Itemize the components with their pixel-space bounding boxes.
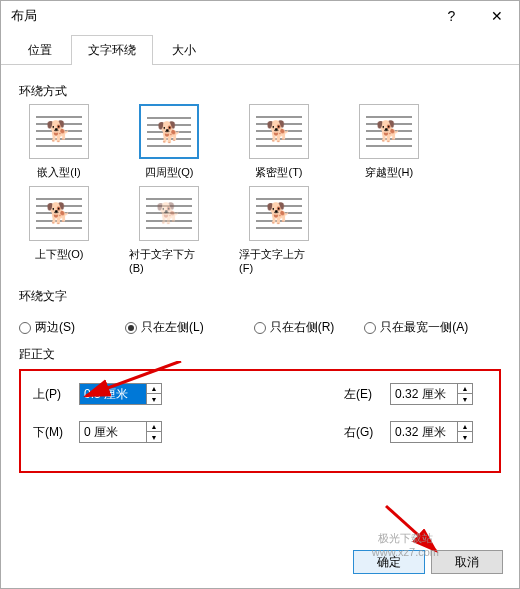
svg-line-1 [386, 506, 436, 551]
top-input[interactable] [79, 383, 147, 405]
right-label: 右(G) [344, 424, 384, 441]
wrap-through-label: 穿越型(H) [365, 165, 413, 180]
distance-label: 距正文 [19, 346, 501, 363]
tab-strip: 位置 文字环绕 大小 [1, 31, 519, 65]
radio-both-label: 两边(S) [35, 319, 75, 336]
wrap-text-radios: 两边(S) 只在左侧(L) 只在右侧(R) 只在最宽一侧(A) [19, 319, 501, 336]
radio-largest-label: 只在最宽一侧(A) [380, 319, 468, 336]
cancel-button[interactable]: 取消 [431, 550, 503, 574]
top-label: 上(P) [33, 386, 73, 403]
wrap-behind-icon[interactable]: 🐕 [139, 186, 199, 241]
wrap-topbottom-icon[interactable]: 🐕 [29, 186, 89, 241]
wrap-through-icon[interactable]: 🐕 [359, 104, 419, 159]
wrap-tight-label: 紧密型(T) [255, 165, 302, 180]
right-spin-down[interactable]: ▼ [458, 432, 472, 442]
tab-position[interactable]: 位置 [11, 35, 69, 65]
radio-both[interactable] [19, 322, 31, 334]
wrap-topbottom-label: 上下型(O) [35, 247, 84, 262]
wrap-tight-icon[interactable]: 🐕 [249, 104, 309, 159]
tab-wrap[interactable]: 文字环绕 [71, 35, 153, 65]
left-spin-down[interactable]: ▼ [458, 394, 472, 404]
wrap-square-icon[interactable]: 🐕 [139, 104, 199, 159]
right-spin-up[interactable]: ▲ [458, 422, 472, 432]
dialog-footer: 确定 取消 [353, 550, 503, 574]
layout-dialog: 布局 ? ✕ 位置 文字环绕 大小 环绕方式 🐕 嵌入型(I) 🐕 四 [0, 0, 520, 589]
help-button[interactable]: ? [429, 1, 474, 31]
dialog-title: 布局 [11, 7, 429, 25]
radio-left[interactable] [125, 322, 137, 334]
wrap-text-label: 环绕文字 [19, 288, 501, 305]
wrap-style-grid: 🐕 嵌入型(I) 🐕 四周型(Q) 🐕 紧密型(T) [19, 104, 501, 280]
radio-right[interactable] [254, 322, 266, 334]
radio-right-label: 只在右侧(R) [270, 319, 335, 336]
bottom-label: 下(M) [33, 424, 73, 441]
bottom-spin-down[interactable]: ▼ [147, 432, 161, 442]
left-label: 左(E) [344, 386, 384, 403]
wrap-front-label: 浮于文字上方(F) [239, 247, 319, 274]
close-button[interactable]: ✕ [474, 1, 519, 31]
bottom-input[interactable] [79, 421, 147, 443]
tab-size[interactable]: 大小 [155, 35, 213, 65]
titlebar: 布局 ? ✕ [1, 1, 519, 31]
radio-largest[interactable] [364, 322, 376, 334]
distance-group-highlight: 上(P) ▲▼ 左(E) ▲▼ 下(M) ▲▼ 右(G [19, 369, 501, 473]
wrap-square-label: 四周型(Q) [145, 165, 194, 180]
wrap-front-icon[interactable]: 🐕 [249, 186, 309, 241]
wrap-inline-icon[interactable]: 🐕 [29, 104, 89, 159]
wrap-inline-label: 嵌入型(I) [37, 165, 80, 180]
left-spin-up[interactable]: ▲ [458, 384, 472, 394]
top-spin-up[interactable]: ▲ [147, 384, 161, 394]
radio-left-label: 只在左侧(L) [141, 319, 204, 336]
bottom-spin-up[interactable]: ▲ [147, 422, 161, 432]
wrap-behind-label: 衬于文字下方(B) [129, 247, 209, 274]
right-input[interactable] [390, 421, 458, 443]
ok-button[interactable]: 确定 [353, 550, 425, 574]
left-input[interactable] [390, 383, 458, 405]
top-spin-down[interactable]: ▼ [147, 394, 161, 404]
dialog-content: 环绕方式 🐕 嵌入型(I) 🐕 四周型(Q) 🐕 [1, 65, 519, 473]
wrap-style-label: 环绕方式 [19, 83, 501, 100]
